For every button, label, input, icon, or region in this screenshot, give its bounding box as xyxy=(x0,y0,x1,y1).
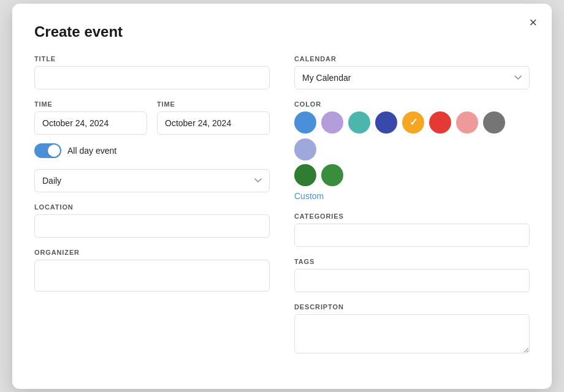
color-label: COLOR xyxy=(294,100,530,108)
color-swatch-medium-green[interactable] xyxy=(321,164,343,186)
location-field-group: LOCATION xyxy=(34,203,270,238)
allday-label: All day event xyxy=(67,146,116,156)
repeat-field-group: Daily Weekly Monthly Yearly Never xyxy=(34,169,270,192)
allday-row: All day event xyxy=(34,143,270,158)
tags-field-group: TAGS xyxy=(294,258,530,292)
time-start-group: TIME xyxy=(34,100,147,135)
left-column: TITLE TIME TIME xyxy=(34,55,270,367)
calendar-select[interactable]: My Calendar Work Personal xyxy=(294,66,530,89)
color-swatch-salmon[interactable] xyxy=(456,111,478,134)
color-swatch-blue[interactable] xyxy=(294,111,316,134)
calendar-label: CALENDAR xyxy=(294,55,530,62)
color-swatch-yellow[interactable] xyxy=(402,111,424,134)
allday-toggle[interactable] xyxy=(34,143,61,158)
description-label: DESCRIPTON xyxy=(294,303,530,311)
title-input[interactable] xyxy=(34,66,270,89)
categories-label: CATEGORIES xyxy=(294,213,530,220)
color-swatch-teal[interactable] xyxy=(348,111,370,134)
color-swatch-red[interactable] xyxy=(429,111,451,134)
custom-color-link[interactable]: Custom xyxy=(294,191,324,201)
calendar-field-group: CALENDAR My Calendar Work Personal xyxy=(294,55,530,89)
create-event-modal: × Create event TITLE TIME TIME xyxy=(12,4,552,389)
title-field-group: TITLE xyxy=(34,55,270,89)
time-start-input[interactable] xyxy=(34,111,147,135)
repeat-select[interactable]: Daily Weekly Monthly Yearly Never xyxy=(34,169,270,192)
color-swatch-light-purple[interactable] xyxy=(294,138,316,160)
organizer-input[interactable] xyxy=(34,260,270,292)
color-row-2 xyxy=(294,164,530,186)
time-end-label: TIME xyxy=(157,100,270,108)
color-row xyxy=(294,111,530,160)
location-label: LOCATION xyxy=(34,203,270,211)
description-input[interactable] xyxy=(294,314,530,353)
tags-input[interactable] xyxy=(294,269,530,292)
description-field-group: DESCRIPTON xyxy=(294,303,530,356)
right-column: CALENDAR My Calendar Work Personal COLOR xyxy=(294,55,530,367)
close-button[interactable]: × xyxy=(529,16,537,29)
categories-input[interactable] xyxy=(294,224,530,247)
tags-label: TAGS xyxy=(294,258,530,265)
toggle-thumb xyxy=(48,145,60,157)
time-row: TIME TIME xyxy=(34,100,270,135)
modal-title: Create event xyxy=(34,23,530,40)
time-end-input[interactable] xyxy=(157,111,270,135)
time-end-group: TIME xyxy=(157,100,270,135)
location-input[interactable] xyxy=(34,214,270,238)
toggle-track xyxy=(34,143,61,158)
organizer-label: ORGANIZER xyxy=(34,249,270,256)
calendar-select-wrap: My Calendar Work Personal xyxy=(294,66,530,89)
title-label: TITLE xyxy=(34,55,270,62)
color-field-group: COLOR Custom xyxy=(294,100,530,202)
color-swatch-gray[interactable] xyxy=(483,111,505,134)
color-swatch-dark-green[interactable] xyxy=(294,164,316,186)
categories-field-group: CATEGORIES xyxy=(294,213,530,247)
time-start-label: TIME xyxy=(34,100,147,108)
color-swatch-navy[interactable] xyxy=(375,111,397,134)
color-swatch-lavender[interactable] xyxy=(321,111,343,134)
organizer-field-group: ORGANIZER xyxy=(34,249,270,292)
